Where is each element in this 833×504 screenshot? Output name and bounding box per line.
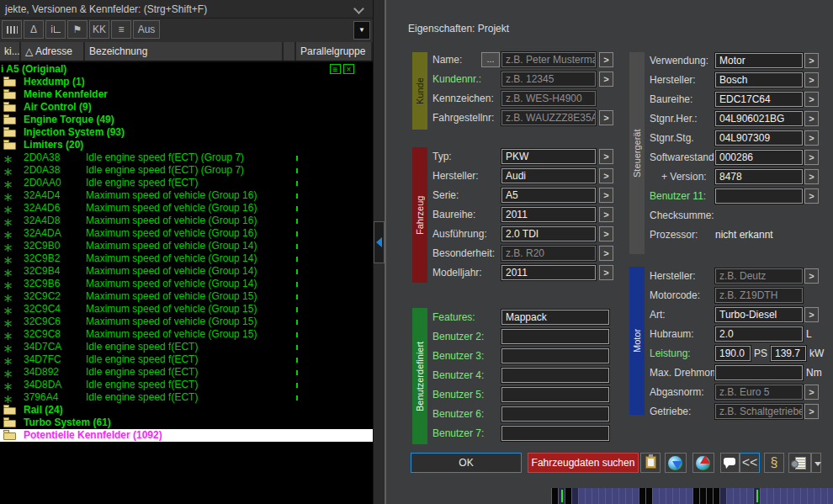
benutzerdefiniert-value-field[interactable] — [501, 426, 609, 441]
tree-folder-row[interactable]: Engine Torque (49) — [0, 114, 373, 126]
kunde-expand-button[interactable]: > — [599, 110, 613, 125]
upload-vehicle-data-button[interactable] — [692, 453, 714, 473]
tree-map-row[interactable]: 34D8DAIdle engine speed f(ECT) — [0, 379, 373, 391]
tree-map-row[interactable]: 2D0AA0Idle engine speed f(ECT) — [0, 177, 373, 189]
fahrzeug-expand-button[interactable]: > — [599, 226, 613, 241]
axis-button[interactable]: i — [45, 20, 66, 39]
motor-placeholder-field[interactable]: z.B. Deutz — [715, 268, 803, 284]
tree-map-row[interactable]: 34D892Idle engine speed f(ECT) — [0, 366, 373, 379]
tree-folder-row[interactable]: Limiters (20) — [0, 139, 373, 151]
kunde-placeholder-field[interactable]: z.B. WES-H4900 — [501, 91, 596, 106]
paste-vehicle-data-button[interactable] — [640, 453, 661, 473]
fahrzeug-value-field[interactable]: Audi — [501, 168, 596, 183]
kk-button[interactable]: KK — [89, 20, 109, 39]
motor-value-field[interactable]: 139.7 — [771, 346, 806, 361]
ok-button[interactable]: OK — [411, 453, 522, 473]
tree-column-Bezeichnung[interactable]: Bezeichnung — [85, 42, 284, 61]
toolbar-dropdown-button[interactable]: ▼ — [353, 21, 370, 40]
tree-map-row[interactable]: 2D0A38Idle engine speed f(ECT) (Group 7) — [0, 164, 373, 177]
steuergeraet-value-field[interactable]: 04L907309 — [715, 130, 803, 146]
notes-dropdown-button[interactable] — [811, 453, 821, 473]
steuergeraet-value-field[interactable]: Bosch — [715, 72, 803, 88]
tree-map-row[interactable]: 32C9C4Maximum speed of vehicle (Group 15… — [0, 303, 373, 316]
motor-expand-button[interactable]: > — [804, 385, 819, 400]
tree-map-row[interactable]: 32C9C8Maximum speed of vehicle (Group 15… — [0, 328, 373, 341]
project-notes-button[interactable] — [788, 453, 811, 473]
tree-folder-row[interactable]: Turbo System (61) — [0, 416, 373, 429]
tree-map-row[interactable]: 32A4D4Maximum speed of vehicle (Group 16… — [0, 189, 373, 202]
kunde-placeholder-field[interactable]: z.B. Peter Mustermann — [501, 52, 596, 67]
motor-placeholder-field[interactable]: z.B. Z19DTH — [715, 288, 803, 303]
steuergeraet-value-field[interactable]: 000286 — [715, 150, 803, 165]
steuergeraet-value-field[interactable]: 04L906021BG — [715, 111, 803, 126]
tree-column-ki...[interactable]: ki... — [0, 42, 21, 61]
fahrzeug-expand-button[interactable]: > — [599, 149, 613, 164]
list-view-button[interactable]: ≡ — [111, 20, 131, 39]
file-overview-strip[interactable] — [551, 488, 833, 504]
legal-info-button[interactable]: § — [764, 453, 784, 473]
tree-column-spacer[interactable] — [284, 42, 296, 61]
tree-map-row[interactable]: 32C9C6Maximum speed of vehicle (Group 15… — [0, 316, 373, 328]
tree-folder-row[interactable]: Injection System (93) — [0, 126, 373, 139]
search-vehicle-data-button[interactable]: Fahrzeugdaten suchen — [528, 453, 639, 473]
benutzerdefiniert-value-field[interactable] — [501, 348, 609, 363]
tree-map-row[interactable]: 32A4DAMaximum speed of vehicle (Group 16… — [0, 227, 373, 240]
tree-map-row[interactable]: 2D0A38Idle engine speed f(ECT) (Group 7) — [0, 151, 373, 164]
steuergeraet-expand-button[interactable]: > — [804, 92, 819, 107]
steuergeraet-expand-button[interactable]: > — [804, 188, 819, 204]
motor-value-field[interactable]: 2.0 — [715, 326, 803, 342]
download-vehicle-data-button[interactable] — [665, 453, 687, 473]
benutzerdefiniert-value-field[interactable] — [501, 368, 609, 383]
motor-expand-button[interactable]: > — [804, 307, 819, 322]
benutzerdefiniert-value-field[interactable] — [501, 329, 609, 344]
diff-button[interactable]: Δ — [24, 20, 44, 39]
fahrzeug-value-field[interactable]: 2011 — [501, 207, 596, 222]
steuergeraet-expand-button[interactable]: > — [804, 150, 819, 165]
fahrzeug-expand-button[interactable]: > — [599, 265, 613, 280]
tree-map-row[interactable]: 32C9B4Maximum speed of vehicle (Group 14… — [0, 265, 373, 278]
tree-map-row[interactable]: 3796A4Idle engine speed f(ECT) — [0, 391, 373, 404]
tree-column-Adresse[interactable]: △ Adresse — [21, 42, 85, 61]
fahrzeug-placeholder-field[interactable]: z.B. R20 — [501, 246, 596, 261]
steuergeraet-value-field[interactable]: EDC17C64 — [715, 92, 803, 107]
motor-value-field[interactable] — [715, 365, 803, 380]
collapse-dialog-button[interactable]: << — [740, 453, 760, 473]
kunde-placeholder-field[interactable]: z.B. 12345 — [501, 72, 596, 87]
steuergeraet-value-field[interactable]: Motor — [715, 53, 803, 68]
kunde-expand-button[interactable]: > — [599, 72, 613, 87]
tree-folder-row[interactable]: Rail (24) — [0, 404, 373, 416]
kunde-expand-button[interactable]: > — [599, 52, 613, 67]
tree-map-row[interactable]: 32C9B6Maximum speed of vehicle (Group 14… — [0, 278, 373, 290]
steuergeraet-expand-button[interactable]: > — [804, 169, 819, 184]
steuergeraet-value-field[interactable]: 8478 — [715, 169, 803, 184]
fahrzeug-value-field[interactable]: 2011 — [501, 265, 596, 280]
tree-map-row[interactable]: 32A4D8Maximum speed of vehicle (Group 16… — [0, 215, 373, 227]
tree-folder-row[interactable]: Air Control (9) — [0, 101, 373, 114]
motor-placeholder-field[interactable]: z.B. Schaltgetriebe — [715, 404, 803, 419]
aus-button[interactable]: Aus — [133, 20, 160, 39]
tree-map-row[interactable]: 32C9C2Maximum speed of vehicle (Group 15… — [0, 290, 373, 303]
collapse-left-icon[interactable] — [374, 221, 385, 263]
fahrzeug-expand-button[interactable]: > — [599, 207, 613, 222]
fahrzeug-value-field[interactable]: PKW — [501, 149, 596, 164]
steuergeraet-value-field[interactable] — [715, 188, 803, 204]
tree-folder-row[interactable]: Hexdump (1) — [0, 76, 373, 88]
fahrzeug-value-field[interactable]: A5 — [501, 188, 596, 203]
tree-map-row[interactable]: 34D7FCIdle engine speed f(ECT) — [0, 353, 373, 366]
benutzerdefiniert-value-field[interactable]: Mappack — [501, 310, 609, 325]
row-close-icon[interactable]: × — [343, 64, 354, 74]
motor-value-field[interactable]: 190.0 — [715, 346, 751, 361]
tree-filter-combo[interactable]: jekte, Versionen & Kennfelder: (Strg+Shi… — [0, 0, 373, 19]
flag-button[interactable]: ⚑ — [67, 20, 88, 39]
tree-map-row[interactable]: 32A4D6Maximum speed of vehicle (Group 16… — [0, 202, 373, 215]
kunde-browse-button[interactable]: ... — [481, 52, 500, 67]
fahrzeug-value-field[interactable]: 2.0 TDI — [501, 226, 596, 241]
steuergeraet-expand-button[interactable]: > — [804, 111, 819, 126]
steuergeraet-expand-button[interactable]: > — [804, 53, 819, 68]
motor-expand-button[interactable]: > — [804, 404, 819, 419]
motor-placeholder-field[interactable]: z.B. Euro 5 — [715, 385, 803, 400]
fahrzeug-expand-button[interactable]: > — [599, 246, 613, 261]
tree-map-row[interactable]: 34D7CAIdle engine speed f(ECT) — [0, 341, 373, 353]
fahrzeug-expand-button[interactable]: > — [599, 188, 613, 203]
fahrzeug-expand-button[interactable]: > — [599, 168, 613, 183]
